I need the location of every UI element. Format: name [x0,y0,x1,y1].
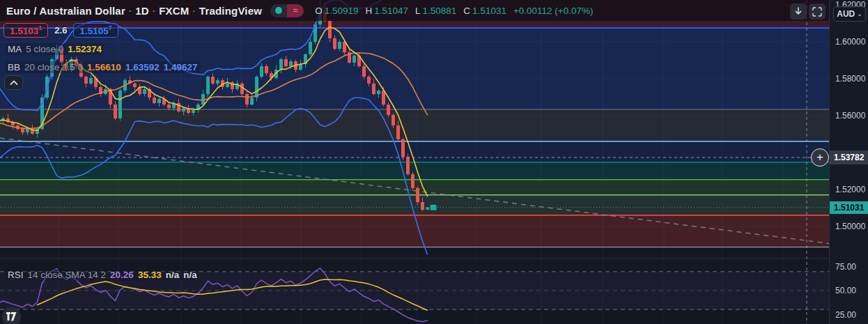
tradingview-logo-icon [6,312,17,321]
add-alert-plus-button[interactable]: + [811,148,829,167]
price-axis[interactable]: AUD ⌄ 1.620001.600001.580001.560001.5200… [829,0,868,324]
bb-name: BB [8,62,20,72]
rsi-sma-value: 35.33 [138,270,162,280]
save-image-button[interactable] [790,3,807,20]
price-axis-tick: 1.50000 [835,222,865,231]
title-separator: · [129,6,132,16]
rsi-na-2: n/a [183,270,197,280]
teal-dot-icon [275,7,282,14]
last-price-marker[interactable] [431,205,437,210]
change-value: +0.00112 (+0.07%) [513,6,594,16]
toggle-right-segment[interactable]: ≈ [287,4,304,17]
open-label: O [315,6,323,16]
exchange-label: FXCM [159,5,189,17]
high-label: H [365,6,372,16]
crosshair-price-label: 1.53782 [830,151,868,164]
toggle-left-segment[interactable] [270,4,287,17]
title-separator: · [153,6,155,16]
rsi-axis-tick: 75.00 [835,262,856,272]
price-axis-tick: 1.56000 [835,111,865,121]
tradingview-brand-link[interactable]: TradingView [199,5,262,17]
wave-icon: ≈ [293,6,298,15]
price-axis-tick: 1.58000 [835,74,865,84]
tradingview-chart-window: Euro / Australian Dollar · 1D · FXCM · T… [0,0,868,324]
fullscreen-button[interactable] [809,3,826,20]
chart-header: Euro / Australian Dollar · 1D · FXCM · T… [0,0,829,21]
last-price-label: 1.51031 [830,201,868,214]
sell-price-button[interactable]: 1.51031 [3,23,48,38]
bb-lower-value: 1.49627 [164,62,198,72]
close-value: 1.51031 [472,6,506,16]
high-value: 1.51047 [374,6,408,16]
ohlc-legend: O 1.50919 H 1.51047 L 1.50881 C 1.51031 … [315,6,593,16]
ma-params: 5 close 0 [26,44,63,54]
ma-name: MA [8,44,22,54]
bb-indicator-legend[interactable]: BB 20 close 2.5 0 1.56610 1.63592 1.4962… [6,61,200,73]
tradingview-logo[interactable] [2,307,21,324]
price-axis-tick: 1.60000 [835,37,865,47]
title-separator: · [193,6,196,16]
download-arrow-icon [793,7,803,17]
currency-dropdown[interactable]: AUD ⌄ [833,6,866,22]
ma-indicator-legend[interactable]: MA 5 close 0 1.52374 [6,43,104,55]
open-value: 1.50919 [325,6,359,16]
price-zone [0,215,829,247]
rsi-indicator-legend[interactable]: RSI 14 close SMA 14 2 20.26 35.33 n/a n/… [6,269,199,281]
chart-style-toggle[interactable]: ≈ [270,4,304,17]
rsi-axis-tick: 25.00 [835,310,856,320]
chevron-up-icon [10,79,18,86]
rsi-value: 20.26 [110,270,134,280]
price-zone [0,141,829,162]
interval-label[interactable]: 1D [135,5,149,17]
bb-params: 20 close 2.5 0 [24,62,83,72]
low-label: L [415,6,421,16]
price-zone [0,195,829,215]
close-label: C [463,6,470,16]
low-value: 1.50881 [423,6,457,16]
rsi-na-1: n/a [166,270,180,280]
rsi-params: 14 close SMA 14 2 [28,270,107,280]
rsi-axis-tick: 50.00 [835,286,856,295]
legend-collapse-button[interactable] [4,75,23,90]
bb-basis-value: 1.56610 [87,62,121,72]
fullscreen-icon [812,7,822,17]
bb-upper-value: 1.63592 [125,62,160,72]
buy-price-button[interactable]: 1.51057 [73,23,118,38]
rsi-name: RSI [8,270,24,280]
price-zone [0,109,829,141]
ma-value: 1.52374 [68,44,102,54]
symbol-title[interactable]: Euro / Australian Dollar [6,5,125,17]
chevron-down-icon: ⌄ [857,10,862,17]
trade-panel: 1.51031 2.6 1.51057 [3,23,118,38]
price-axis-tick: 1.52000 [835,185,865,194]
spread-value: 2.6 [54,25,67,36]
